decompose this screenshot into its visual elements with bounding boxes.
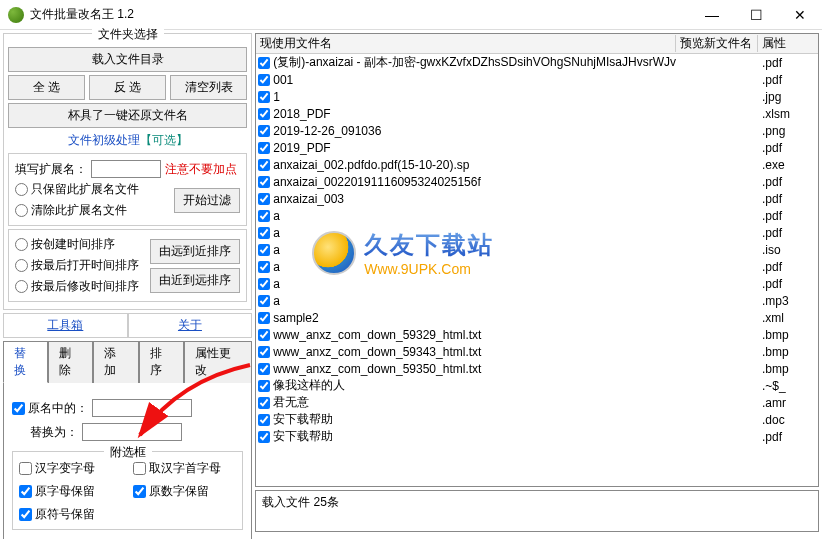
row-checkbox[interactable] [258, 329, 270, 341]
row-checkbox[interactable] [258, 397, 270, 409]
options-title: 附选框 [104, 444, 152, 461]
maximize-button[interactable]: ☐ [734, 1, 778, 29]
start-filter-button[interactable]: 开始过滤 [174, 188, 240, 213]
replace-with-input[interactable] [82, 423, 182, 441]
file-ext: .pdf [758, 141, 818, 155]
tab-replace[interactable]: 替换 [3, 341, 48, 383]
app-icon [8, 7, 24, 23]
table-row[interactable]: a.mp3 [256, 292, 818, 309]
table-row[interactable]: www_anxz_com_down_59350_html.txt.bmp [256, 360, 818, 377]
table-row[interactable]: 1.jpg [256, 88, 818, 105]
tab-sort[interactable]: 排序 [139, 341, 184, 383]
in-name-check[interactable]: 原名中的： [12, 400, 88, 417]
table-row[interactable]: 像我这样的人.~$_ [256, 377, 818, 394]
table-row[interactable]: a.iso [256, 241, 818, 258]
col-ext[interactable]: 属性 [758, 35, 818, 52]
sort-create-radio[interactable]: 按创建时间排序 [15, 236, 144, 253]
table-row[interactable]: www_anxz_com_down_59343_html.txt.bmp [256, 343, 818, 360]
tab-add[interactable]: 添加 [93, 341, 138, 383]
select-all-button[interactable]: 全 选 [8, 75, 85, 100]
file-ext: .exe [758, 158, 818, 172]
file-ext: .jpg [758, 90, 818, 104]
table-row[interactable]: 001.pdf [256, 71, 818, 88]
toolbox-link[interactable]: 工具箱 [3, 313, 128, 338]
file-ext: .bmp [758, 328, 818, 342]
about-link[interactable]: 关于 [128, 313, 253, 338]
row-checkbox[interactable] [258, 431, 270, 443]
remove-ext-radio[interactable]: 清除此扩展名文件 [15, 202, 168, 219]
near-to-far-button[interactable]: 由近到远排序 [150, 268, 240, 293]
table-row[interactable]: a.pdf [256, 224, 818, 241]
tab-attr[interactable]: 属性更改 [184, 341, 252, 383]
tab-delete[interactable]: 删除 [48, 341, 93, 383]
row-checkbox[interactable] [258, 74, 270, 86]
table-row[interactable]: 2018_PDF.xlsm [256, 105, 818, 122]
table-row[interactable]: a.pdf [256, 207, 818, 224]
keep-letters-check[interactable]: 原字母保留 [19, 483, 123, 500]
status-loaded: 载入文件 25条 [262, 494, 812, 511]
options-group: 附选框 汉字变字母 取汉字首字母 原字母保留 原数字保留 原符号保留 [12, 451, 243, 530]
row-checkbox[interactable] [258, 312, 270, 324]
table-row[interactable]: anxaizai_003.pdf [256, 190, 818, 207]
row-checkbox[interactable] [258, 193, 270, 205]
row-checkbox[interactable] [258, 57, 270, 69]
table-row[interactable]: anxaizai_002.pdfdo.pdf(15-10-20).sp.exe [256, 156, 818, 173]
table-row[interactable]: a.pdf [256, 258, 818, 275]
file-name: 2018_PDF [273, 107, 330, 121]
row-checkbox[interactable] [258, 414, 270, 426]
hanzi-letter-check[interactable]: 汉字变字母 [19, 460, 123, 477]
table-row[interactable]: 2019-12-26_091036.png [256, 122, 818, 139]
sort-modify-radio[interactable]: 按最后修改时间排序 [15, 278, 144, 295]
tabs-header: 替换 删除 添加 排序 属性更改 [3, 340, 252, 383]
table-row[interactable]: sample2.xml [256, 309, 818, 326]
sort-open-radio[interactable]: 按最后打开时间排序 [15, 257, 144, 274]
row-checkbox[interactable] [258, 346, 270, 358]
minimize-button[interactable]: — [690, 1, 734, 29]
row-checkbox[interactable] [258, 108, 270, 120]
ext-input[interactable] [91, 160, 161, 178]
far-to-near-button[interactable]: 由远到近排序 [150, 239, 240, 264]
table-row[interactable]: anxaizai_00220191116095324025156f.pdf [256, 173, 818, 190]
invert-select-button[interactable]: 反 选 [89, 75, 166, 100]
row-checkbox[interactable] [258, 244, 270, 256]
keep-digits-check[interactable]: 原数字保留 [133, 483, 237, 500]
row-checkbox[interactable] [258, 159, 270, 171]
table-row[interactable]: 安下载帮助.doc [256, 411, 818, 428]
file-ext: .pdf [758, 209, 818, 223]
table-row[interactable]: 安下载帮助.pdf [256, 428, 818, 445]
table-row[interactable]: www_anxz_com_down_59329_html.txt.bmp [256, 326, 818, 343]
file-ext: .pdf [758, 226, 818, 240]
table-row[interactable]: (复制)-anxaizai - 副本-加密-gwxKZvfxDZhsSDsihV… [256, 54, 818, 71]
row-checkbox[interactable] [258, 91, 270, 103]
restore-button[interactable]: 杯具了一键还原文件名 [8, 103, 247, 128]
row-checkbox[interactable] [258, 142, 270, 154]
in-name-input[interactable] [92, 399, 192, 417]
file-ext: .amr [758, 396, 818, 410]
file-ext: .xlsm [758, 107, 818, 121]
row-checkbox[interactable] [258, 363, 270, 375]
table-row[interactable]: 2019_PDF.pdf [256, 139, 818, 156]
load-dir-button[interactable]: 载入文件目录 [8, 47, 247, 72]
table-row[interactable]: 君无意.amr [256, 394, 818, 411]
file-name: a [273, 260, 280, 274]
pre-process-label-1: 文件初级处理 [68, 133, 140, 147]
row-checkbox[interactable] [258, 227, 270, 239]
row-checkbox[interactable] [258, 210, 270, 222]
window-title: 文件批量改名王 1.2 [30, 6, 690, 23]
row-checkbox[interactable] [258, 278, 270, 290]
hanzi-initial-check[interactable]: 取汉字首字母 [133, 460, 237, 477]
row-checkbox[interactable] [258, 176, 270, 188]
keep-ext-radio[interactable]: 只保留此扩展名文件 [15, 181, 168, 198]
table-row[interactable]: a.pdf [256, 275, 818, 292]
extension-filter-group: 填写扩展名： 注意不要加点 只保留此扩展名文件 清除此扩展名文件 开始过滤 [8, 153, 247, 226]
list-body[interactable]: (复制)-anxaizai - 副本-加密-gwxKZvfxDZhsSDsihV… [256, 54, 818, 486]
row-checkbox[interactable] [258, 125, 270, 137]
row-checkbox[interactable] [258, 261, 270, 273]
row-checkbox[interactable] [258, 380, 270, 392]
keep-symbols-check[interactable]: 原符号保留 [19, 506, 123, 523]
row-checkbox[interactable] [258, 295, 270, 307]
clear-list-button[interactable]: 清空列表 [170, 75, 247, 100]
col-current-name[interactable]: 现使用文件名 [256, 35, 676, 52]
close-button[interactable]: ✕ [778, 1, 822, 29]
col-preview-name[interactable]: 预览新文件名 [676, 35, 758, 52]
